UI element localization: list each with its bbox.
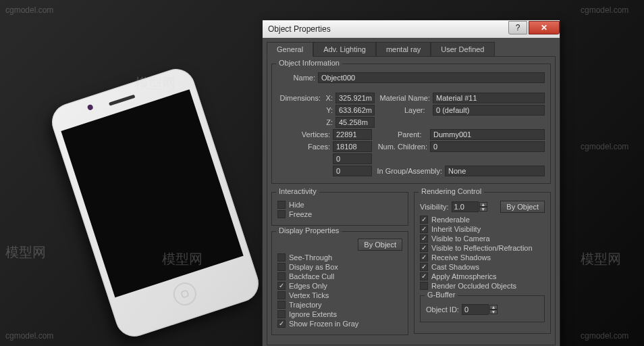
backface-cull-checkbox[interactable]: Backface Cull (277, 272, 402, 280)
vertices-label: Vertices: (277, 130, 330, 139)
object-id-spinner[interactable]: ▲▼ (462, 304, 498, 315)
show-frozen-checkbox[interactable]: Show Frozen in Gray (277, 320, 402, 328)
rendering-by-object-button[interactable]: By Object (500, 201, 545, 213)
display-as-box-checkbox[interactable]: Display as Box (277, 263, 402, 271)
apply-atmospherics-checkbox[interactable]: Apply Atmospherics (420, 272, 545, 280)
extra-value-1: 0 (333, 153, 372, 164)
spin-up-icon[interactable]: ▲ (489, 305, 498, 310)
faces-label: Faces: (277, 143, 330, 151)
display-properties-group: Display Properties By Object See-Through… (271, 231, 408, 335)
display-by-object-button[interactable]: By Object (358, 239, 402, 251)
cast-shadows-checkbox[interactable]: Cast Shadows (420, 263, 545, 271)
vertices-value: 22891 (333, 129, 372, 140)
tab-content: Object Information Name: Object000 Dimen… (267, 56, 556, 345)
name-label: Name: (277, 74, 315, 82)
name-field[interactable]: Object000 (318, 72, 545, 83)
object-information-group: Object Information Name: Object000 Dimen… (271, 64, 551, 184)
tab-adv-lighting[interactable]: Adv. Lighting (313, 42, 376, 57)
g-buffer-group: G-Buffer Object ID: ▲▼ (420, 295, 545, 322)
dim-x: 325.921m (336, 93, 375, 103)
render-occluded-checkbox[interactable]: Render Occluded Objects (420, 282, 545, 290)
object-id-input[interactable] (462, 304, 489, 315)
vertex-ticks-checkbox[interactable]: Vertex Ticks (277, 291, 402, 299)
tab-strip: General Adv. Lighting mental ray User De… (263, 38, 560, 57)
interactivity-group: Interactivity Hide Freeze (271, 192, 408, 226)
dialog-title: Object Properties (268, 24, 331, 34)
tab-user-defined[interactable]: User Defined (431, 42, 494, 57)
renderable-checkbox[interactable]: Renderable (420, 216, 545, 224)
spin-down-icon[interactable]: ▼ (479, 207, 487, 212)
layer-name: 0 (default) (433, 105, 545, 116)
spin-down-icon[interactable]: ▼ (489, 310, 498, 314)
close-button[interactable]: ✕ (529, 21, 560, 34)
group-title: Interactivity (276, 187, 319, 195)
faces-value: 18108 (333, 141, 372, 152)
visible-to-reflection-checkbox[interactable]: Visible to Reflection/Refraction (420, 244, 545, 252)
trajectory-checkbox[interactable]: Trajectory (277, 301, 402, 309)
edges-only-checkbox[interactable]: Edges Only (277, 282, 402, 290)
dimensions-label: Dimensions: (277, 94, 321, 102)
layer-label: Layer: (377, 106, 430, 114)
children-label: Num. Children: (375, 143, 427, 151)
visibility-label: Visibility: (420, 203, 449, 211)
y-label: Y: (323, 106, 333, 114)
phone-model (47, 64, 263, 341)
object-properties-dialog: Object Properties ? ✕ General Adv. Light… (263, 20, 560, 346)
in-group-value: None (445, 166, 545, 176)
tab-general[interactable]: General (267, 42, 313, 57)
material-name: Material #11 (433, 93, 545, 103)
freeze-checkbox[interactable]: Freeze (277, 210, 402, 218)
hide-checkbox[interactable]: Hide (277, 201, 402, 209)
z-label: Z: (323, 118, 333, 126)
x-label: X: (323, 94, 333, 102)
material-label: Material Name: (377, 94, 430, 102)
object-id-label: Object ID: (426, 305, 459, 314)
tab-mental-ray[interactable]: mental ray (376, 42, 431, 57)
in-group-label: In Group/Assembly: (375, 167, 442, 175)
dim-y: 633.662m (336, 105, 375, 116)
parent-label: Parent: (375, 130, 427, 139)
group-title: G-Buffer (425, 291, 458, 299)
dialog-titlebar[interactable]: Object Properties ? ✕ (263, 20, 560, 38)
visible-to-camera-checkbox[interactable]: Visible to Camera (420, 234, 545, 243)
parent-value: Dummy001 (430, 129, 545, 140)
rendering-control-group: Rendering Control Visibility: ▲▼ By Obje… (414, 192, 551, 334)
group-title: Rendering Control (419, 187, 484, 195)
group-title: Display Properties (276, 226, 342, 234)
visibility-spinner[interactable]: ▲▼ (452, 201, 487, 212)
spin-up-icon[interactable]: ▲ (479, 202, 487, 207)
children-value: 0 (430, 141, 545, 152)
dim-z: 45.258m (336, 117, 375, 128)
help-button[interactable]: ? (508, 21, 527, 34)
receive-shadows-checkbox[interactable]: Receive Shadows (420, 253, 545, 262)
see-through-checkbox[interactable]: See-Through (277, 253, 402, 262)
extra-value-2: 0 (333, 166, 372, 176)
ignore-extents-checkbox[interactable]: Ignore Extents (277, 310, 402, 318)
inherit-visibility-checkbox[interactable]: Inherit Visibility (420, 225, 545, 233)
group-title: Object Information (276, 59, 342, 67)
visibility-input[interactable] (452, 201, 479, 212)
